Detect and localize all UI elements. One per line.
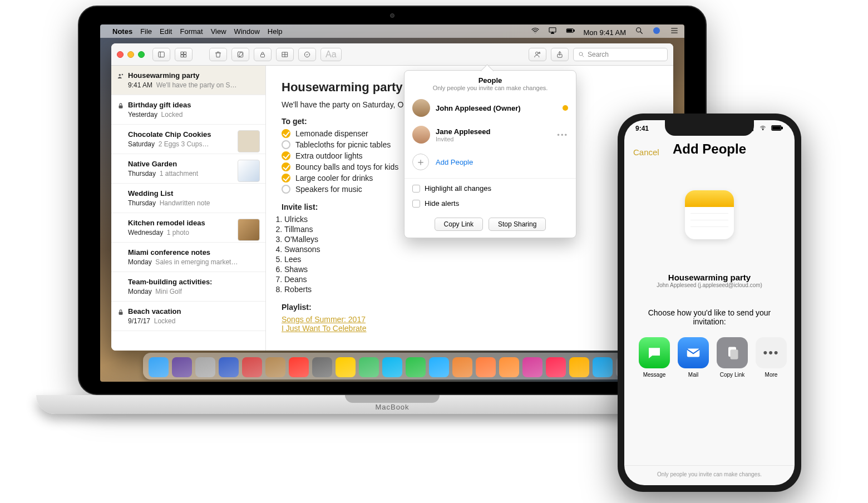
- notes-list-item[interactable]: Native GardenThursday 1 attachment: [111, 154, 265, 184]
- dock-app-icon[interactable]: [569, 357, 589, 377]
- lock-note-button[interactable]: [254, 48, 272, 61]
- message-icon: [639, 337, 670, 368]
- checkbox-icon: [412, 200, 420, 208]
- window-minimize-button[interactable]: [127, 51, 134, 58]
- notes-list-item[interactable]: Team-building activities:Monday Mini Gol…: [111, 272, 265, 302]
- playlist-link[interactable]: Songs of Summer: 2017: [282, 315, 366, 324]
- battery-icon: [771, 125, 783, 133]
- sidebar-toggle-button[interactable]: [152, 48, 170, 61]
- hide-alerts-checkbox[interactable]: Hide alerts: [405, 196, 576, 211]
- dock-app-icon[interactable]: [429, 357, 449, 377]
- spotlight-icon[interactable]: [635, 26, 644, 35]
- notification-center-icon[interactable]: [670, 26, 679, 35]
- notes-list-item[interactable]: Kitchen remodel ideasWednesday 1 photo: [111, 213, 265, 243]
- person-name: Jane Appleseed: [436, 127, 551, 136]
- dock-app-icon[interactable]: [336, 357, 356, 377]
- menubar-format[interactable]: Format: [180, 27, 203, 36]
- svg-rect-6: [159, 52, 165, 57]
- dock-app-icon[interactable]: [289, 357, 309, 377]
- dock-app-icon[interactable]: [149, 357, 169, 377]
- lock-icon: [117, 102, 125, 110]
- share-person-row[interactable]: Jane Appleseed Invited •••: [405, 121, 576, 148]
- airplay-icon[interactable]: [548, 26, 557, 35]
- menubar-file[interactable]: File: [140, 27, 152, 36]
- playlist-link[interactable]: I Just Want To Celebrate: [282, 324, 367, 333]
- dock-app-icon[interactable]: [406, 357, 426, 377]
- svg-rect-7: [181, 52, 183, 54]
- avatar: [412, 99, 430, 117]
- wifi-icon[interactable]: [531, 26, 540, 35]
- menubar-app-name[interactable]: Notes: [112, 27, 132, 36]
- dock-app-icon[interactable]: [476, 357, 496, 377]
- menubar-window[interactable]: Window: [234, 27, 260, 36]
- dock-app-icon[interactable]: [499, 357, 519, 377]
- share-button[interactable]: [551, 48, 569, 61]
- menubar-help[interactable]: Help: [268, 27, 283, 36]
- svg-rect-12: [261, 54, 265, 57]
- checkbox-icon: [282, 174, 290, 183]
- format-button[interactable]: Aa: [320, 48, 342, 61]
- more-icon: •••: [756, 337, 787, 368]
- window-fullscreen-button[interactable]: [138, 51, 145, 58]
- delete-note-button[interactable]: [209, 48, 227, 61]
- notes-list-item[interactable]: Chocolate Chip CookiesSaturday 2 Eggs 3 …: [111, 125, 265, 154]
- window-close-button[interactable]: [117, 51, 124, 58]
- note-list-preview: Monday Sales in emerging market…: [128, 258, 258, 266]
- share-option[interactable]: •••More: [756, 337, 787, 378]
- notes-list-item[interactable]: Birthday gift ideasYesterday Locked: [111, 95, 265, 125]
- note-playlist-heading: Playlist:: [282, 303, 658, 312]
- siri-icon[interactable]: [652, 26, 661, 35]
- notes-list-item[interactable]: Wedding ListThursday Handwritten note: [111, 184, 265, 213]
- dock-app-icon[interactable]: [359, 357, 379, 377]
- menubar-view[interactable]: View: [211, 27, 226, 36]
- iphone-device: 9:41 Cancel Add People Housewarming part…: [618, 114, 801, 492]
- dock-app-icon[interactable]: [242, 357, 262, 377]
- search-input[interactable]: Search: [573, 48, 668, 61]
- share-person-row[interactable]: John Appleseed (Owner): [405, 95, 576, 121]
- checklist-text: Lemonade dispenser: [295, 129, 368, 138]
- macos-dock[interactable]: [143, 353, 642, 379]
- battery-icon[interactable]: [566, 26, 575, 35]
- iphone-footer-note: Only people you invite can make changes.: [624, 465, 795, 477]
- dock-app-icon[interactable]: [593, 357, 613, 377]
- add-people-button[interactable]: [529, 48, 546, 61]
- checklist-button[interactable]: [298, 48, 316, 61]
- share-option[interactable]: Mail: [678, 337, 709, 378]
- invite-list-item: Deans: [284, 275, 658, 284]
- dock-app-icon[interactable]: [219, 357, 239, 377]
- highlight-changes-checkbox[interactable]: Highlight all changes: [405, 181, 576, 196]
- invite-list-item: Lees: [284, 255, 658, 264]
- shared-note-title: Housewarming party: [635, 273, 783, 282]
- notes-list-item[interactable]: Beach vacation9/17/17 Locked: [111, 302, 265, 331]
- svg-rect-21: [119, 105, 123, 108]
- table-button[interactable]: [276, 48, 294, 61]
- checkbox-icon: [412, 185, 420, 193]
- dock-app-icon[interactable]: [265, 357, 285, 377]
- share-popover: People Only people you invite can make c…: [404, 70, 576, 238]
- add-people-row[interactable]: ＋ Add People: [405, 148, 576, 176]
- note-list-preview: 9/17/17 Locked: [128, 317, 258, 325]
- copy-link-icon: [717, 337, 748, 368]
- share-option[interactable]: Copy Link: [717, 337, 748, 378]
- copy-link-button[interactable]: Copy Link: [435, 218, 483, 231]
- notes-list-item[interactable]: Housewarming party9:41 AM We'll have the…: [111, 66, 265, 95]
- dock-app-icon[interactable]: [522, 357, 542, 377]
- menubar-clock[interactable]: Mon 9:41 AM: [584, 28, 627, 37]
- person-more-icon[interactable]: •••: [557, 131, 568, 139]
- stop-sharing-button[interactable]: Stop Sharing: [489, 218, 546, 231]
- svg-point-18: [579, 52, 583, 56]
- gallery-view-button[interactable]: [175, 48, 193, 61]
- share-option-label: Mail: [678, 372, 709, 378]
- dock-app-icon[interactable]: [172, 357, 192, 377]
- notes-sidebar-list[interactable]: Housewarming party9:41 AM We'll have the…: [111, 66, 266, 351]
- dock-app-icon[interactable]: [195, 357, 215, 377]
- new-note-button[interactable]: [231, 48, 249, 61]
- share-option[interactable]: Message: [639, 337, 670, 378]
- dock-app-icon[interactable]: [312, 357, 332, 377]
- menubar-edit[interactable]: Edit: [160, 27, 172, 36]
- add-people-label: Add People: [436, 158, 473, 166]
- dock-app-icon[interactable]: [452, 357, 472, 377]
- dock-app-icon[interactable]: [382, 357, 402, 377]
- dock-app-icon[interactable]: [546, 357, 566, 377]
- notes-list-item[interactable]: Miami conference notesMonday Sales in em…: [111, 243, 265, 272]
